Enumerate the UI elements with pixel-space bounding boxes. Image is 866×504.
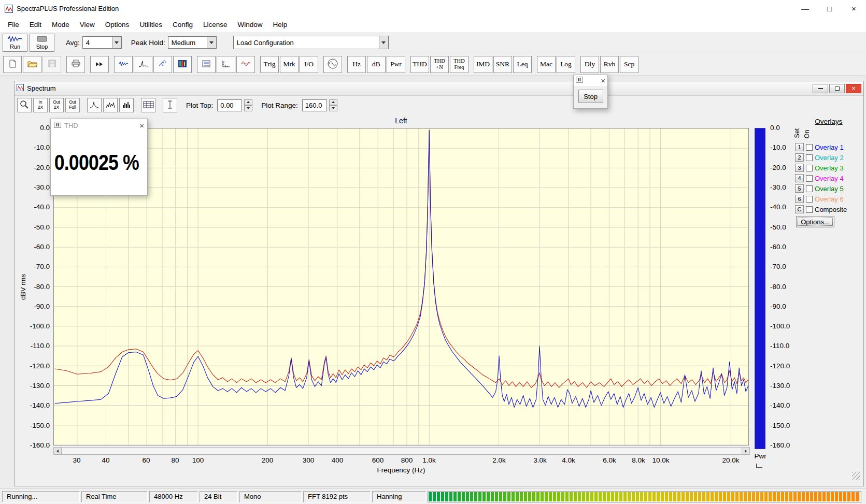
- scaling-button[interactable]: [217, 56, 235, 73]
- overlay-2-checkbox[interactable]: [806, 154, 813, 161]
- overlay-1-checkbox[interactable]: [806, 144, 813, 151]
- pause-icon[interactable]: [54, 122, 61, 129]
- stop-window-titlebar[interactable]: ×: [574, 75, 607, 86]
- menu-help[interactable]: Help: [267, 17, 292, 32]
- menu-config[interactable]: Config: [167, 17, 198, 32]
- logging-button[interactable]: Log: [557, 56, 575, 73]
- open-file-button[interactable]: [23, 56, 41, 73]
- spin-up-icon[interactable]: [329, 99, 337, 106]
- overlay-5-checkbox[interactable]: [806, 185, 813, 192]
- overlays-options-button[interactable]: Options...: [796, 216, 834, 227]
- pause-icon[interactable]: [576, 77, 583, 84]
- scope-button[interactable]: Scp: [620, 56, 638, 73]
- new-document-button[interactable]: [3, 56, 22, 73]
- dropdown-arrow-icon[interactable]: [379, 36, 388, 49]
- db-units-button[interactable]: dB: [367, 56, 386, 73]
- composite-set-button[interactable]: C: [795, 205, 804, 213]
- display-settings-button[interactable]: [197, 56, 216, 73]
- overlay-4-checkbox[interactable]: [806, 175, 813, 182]
- run-button[interactable]: Run: [3, 34, 27, 52]
- stop-close-icon[interactable]: ×: [601, 77, 605, 84]
- overlay-3-set-button[interactable]: 3: [795, 164, 804, 172]
- imd-button[interactable]: IMD: [474, 56, 492, 73]
- smooth-plot-style-button[interactable]: [87, 98, 102, 112]
- scroll-right-arrow[interactable]: [742, 448, 749, 454]
- floating-stop-button[interactable]: Stop: [578, 90, 603, 103]
- minimize-button[interactable]: —: [793, 0, 817, 17]
- zoom-button[interactable]: [17, 98, 32, 112]
- menu-utilities[interactable]: Utilities: [134, 17, 167, 32]
- zoom-in-2x-button[interactable]: In2X: [33, 98, 48, 112]
- print-button[interactable]: [66, 56, 85, 73]
- scroll-left-arrow[interactable]: [54, 448, 62, 454]
- plot-range-spinner[interactable]: [329, 99, 337, 111]
- zoom-out-full-button[interactable]: OutFull: [65, 98, 80, 112]
- plot-range-input[interactable]: [302, 99, 327, 111]
- spectrum-window-titlebar[interactable]: Spectrum ×: [15, 81, 863, 96]
- overlay-6-checkbox[interactable]: [806, 196, 813, 203]
- zoom-out-2x-button[interactable]: Out2X: [49, 98, 64, 112]
- spectrum-view-button[interactable]: [134, 56, 152, 73]
- reverb-button[interactable]: Rvb: [600, 56, 619, 73]
- overlay-6-set-button[interactable]: 6: [795, 195, 804, 203]
- menu-license[interactable]: License: [198, 17, 233, 32]
- resize-grip[interactable]: [852, 472, 860, 480]
- menu-window[interactable]: Window: [232, 17, 267, 32]
- markers-button[interactable]: Mrk: [280, 56, 299, 73]
- phase-view-button[interactable]: [236, 56, 255, 73]
- load-configuration-dropdown[interactable]: Load Configuration: [233, 36, 389, 49]
- thd-button[interactable]: THD: [410, 56, 429, 73]
- power-units-button[interactable]: Pwr: [387, 56, 405, 73]
- spectrum-close-button[interactable]: ×: [846, 84, 861, 93]
- marker-button[interactable]: [163, 98, 177, 112]
- meter-expand-icon[interactable]: [756, 464, 762, 468]
- overlay-1-set-button[interactable]: 1: [795, 143, 804, 151]
- signal-generator-button[interactable]: [323, 56, 342, 73]
- menu-mode[interactable]: Mode: [47, 17, 75, 32]
- delay-button[interactable]: Dly: [580, 56, 599, 73]
- thd-plus-n-button[interactable]: THD+N: [430, 56, 449, 73]
- plot-area[interactable]: [53, 128, 749, 445]
- stop-button[interactable]: Stop: [30, 34, 54, 52]
- thd-freq-button[interactable]: THDFreq: [450, 56, 469, 73]
- overlay-4-set-button[interactable]: 4: [795, 174, 804, 182]
- fast-forward-button[interactable]: [90, 56, 109, 73]
- spectrum-restore-button[interactable]: [829, 84, 845, 93]
- thd-window-titlebar[interactable]: THD ×: [51, 119, 147, 132]
- spin-down-icon[interactable]: [244, 105, 252, 111]
- close-button[interactable]: ×: [842, 0, 866, 17]
- time-series-view-button[interactable]: [114, 56, 133, 73]
- plot-top-spinner[interactable]: [244, 99, 252, 111]
- overlay-2-set-button[interactable]: 2: [795, 153, 804, 162]
- dropdown-arrow-icon[interactable]: [207, 37, 216, 48]
- spin-down-icon[interactable]: [329, 105, 337, 111]
- overlay-3-checkbox[interactable]: [806, 165, 813, 171]
- thd-close-icon[interactable]: ×: [139, 122, 144, 129]
- waterfall-view-button[interactable]: [153, 56, 172, 73]
- dropdown-arrow-icon[interactable]: [112, 37, 121, 48]
- leq-button[interactable]: Leq: [513, 56, 532, 73]
- menu-file[interactable]: File: [3, 17, 24, 32]
- avg-dropdown[interactable]: 4: [82, 36, 122, 49]
- peak-hold-dropdown[interactable]: Medium: [168, 36, 217, 49]
- macro-button[interactable]: Mac: [537, 56, 556, 73]
- overlay-5-set-button[interactable]: 5: [795, 184, 804, 193]
- maximize-button[interactable]: □: [817, 0, 842, 17]
- plot-top-input[interactable]: [217, 99, 242, 111]
- io-button[interactable]: I/O: [300, 56, 318, 73]
- hz-units-button[interactable]: Hz: [347, 56, 366, 73]
- composite-checkbox[interactable]: [806, 206, 813, 213]
- trigger-button[interactable]: Trig: [260, 56, 279, 73]
- peaks-plot-style-button[interactable]: [103, 98, 118, 112]
- menu-options[interactable]: Options: [100, 17, 135, 32]
- spectrogram-view-button[interactable]: [173, 56, 192, 73]
- save-button[interactable]: [42, 56, 61, 73]
- spectrum-minimize-button[interactable]: [813, 84, 828, 93]
- bars-plot-style-button[interactable]: [119, 98, 134, 112]
- grid-table-button[interactable]: [141, 98, 155, 112]
- snr-button[interactable]: SNR: [493, 56, 512, 73]
- menu-edit[interactable]: Edit: [24, 17, 47, 32]
- spin-up-icon[interactable]: [244, 99, 252, 106]
- plot-scrollbar[interactable]: [53, 447, 750, 455]
- menu-view[interactable]: View: [75, 17, 100, 32]
